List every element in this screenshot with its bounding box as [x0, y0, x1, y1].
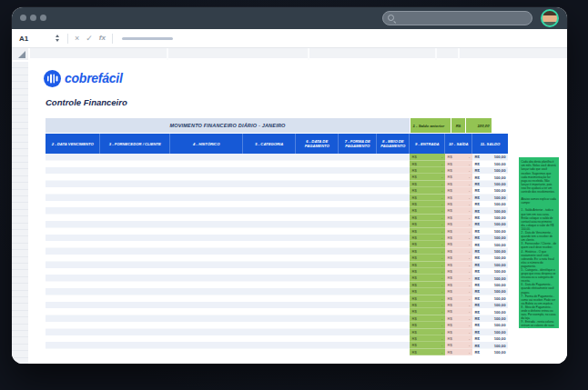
- cell-saldo[interactable]: R$100,00: [472, 160, 508, 166]
- cell-data-vencimento[interactable]: [46, 181, 100, 187]
- cell-categoria[interactable]: [243, 302, 296, 308]
- cell-historico[interactable]: [170, 295, 243, 301]
- cell-forma-pagamento[interactable]: [339, 328, 377, 335]
- cell-saida[interactable]: R$-: [445, 160, 472, 166]
- cell-categoria[interactable]: [243, 288, 296, 295]
- cell-data-pagamento[interactable]: [296, 302, 339, 308]
- cell-meio-pagamento[interactable]: [377, 335, 410, 342]
- window-control-dot[interactable]: [30, 15, 36, 21]
- cell-historico[interactable]: [170, 167, 243, 174]
- saldo-anterior-value[interactable]: 100,00: [466, 118, 492, 133]
- cell-saldo[interactable]: R$100,00: [472, 308, 508, 315]
- table-row[interactable]: R$-R$-R$100,00: [46, 322, 508, 328]
- cell-meio-pagamento[interactable]: [377, 261, 410, 267]
- cell-categoria[interactable]: [243, 160, 296, 166]
- cell-historico[interactable]: [170, 315, 243, 322]
- cell-historico[interactable]: [170, 282, 243, 288]
- cell-historico[interactable]: [170, 235, 243, 241]
- cell-data-vencimento[interactable]: [46, 215, 100, 221]
- table-row[interactable]: R$-R$-R$100,00: [46, 308, 508, 315]
- cell-meio-pagamento[interactable]: [377, 268, 410, 275]
- cell-categoria[interactable]: [243, 227, 296, 234]
- cell-categoria[interactable]: [243, 241, 296, 247]
- cell-historico[interactable]: [170, 308, 243, 315]
- cell-fornecedor-cliente[interactable]: [100, 241, 170, 247]
- cell-data-pagamento[interactable]: [296, 288, 339, 295]
- cell-categoria[interactable]: [243, 255, 296, 261]
- cell-data-pagamento[interactable]: [296, 322, 339, 328]
- cell-data-pagamento[interactable]: [296, 349, 339, 355]
- cell-forma-pagamento[interactable]: [339, 335, 377, 342]
- cell-meio-pagamento[interactable]: [377, 207, 410, 214]
- cell-saida[interactable]: R$-: [445, 335, 472, 342]
- cell-data-vencimento[interactable]: [46, 160, 100, 166]
- table-row[interactable]: R$-R$-R$100,00: [46, 295, 508, 301]
- cell-fornecedor-cliente[interactable]: [100, 194, 170, 200]
- cell-categoria[interactable]: [243, 167, 296, 174]
- cell-meio-pagamento[interactable]: [377, 248, 410, 255]
- table-row[interactable]: R$-R$-R$100,00: [46, 315, 508, 322]
- cell-fornecedor-cliente[interactable]: [100, 302, 170, 308]
- table-row[interactable]: R$-R$-R$100,00: [46, 154, 508, 160]
- table-row[interactable]: R$-R$-R$100,00: [46, 248, 508, 255]
- cell-historico[interactable]: [170, 201, 243, 207]
- cell-saida[interactable]: R$-: [445, 342, 472, 348]
- cell-entrada[interactable]: R$-: [410, 227, 445, 234]
- cell-categoria[interactable]: [243, 235, 296, 241]
- cell-meio-pagamento[interactable]: [377, 282, 410, 288]
- cell-fornecedor-cliente[interactable]: [100, 308, 170, 315]
- cell-categoria[interactable]: [243, 187, 296, 194]
- cell-categoria[interactable]: [243, 275, 296, 281]
- cell-saldo[interactable]: R$100,00: [472, 201, 508, 207]
- cell-data-vencimento[interactable]: [46, 282, 100, 288]
- cell-saida[interactable]: R$-: [445, 349, 472, 355]
- cell-meio-pagamento[interactable]: [377, 342, 410, 348]
- cell-saida[interactable]: R$-: [445, 201, 472, 207]
- cell-forma-pagamento[interactable]: [339, 241, 377, 247]
- cell-historico[interactable]: [170, 322, 243, 328]
- cell-categoria[interactable]: [243, 261, 296, 267]
- cell-fornecedor-cliente[interactable]: [100, 181, 170, 187]
- cell-fornecedor-cliente[interactable]: [100, 154, 170, 160]
- cell-fornecedor-cliente[interactable]: [100, 235, 170, 241]
- cell-entrada[interactable]: R$-: [410, 302, 445, 308]
- cell-data-vencimento[interactable]: [46, 241, 100, 247]
- cell-fornecedor-cliente[interactable]: [100, 349, 170, 355]
- cell-saldo[interactable]: R$100,00: [472, 288, 508, 295]
- cell-data-pagamento[interactable]: [296, 167, 339, 174]
- cell-fornecedor-cliente[interactable]: [100, 187, 170, 194]
- cell-fornecedor-cliente[interactable]: [100, 268, 170, 275]
- cell-forma-pagamento[interactable]: [339, 315, 377, 322]
- cell-entrada[interactable]: R$-: [410, 241, 445, 247]
- cell-entrada[interactable]: R$-: [410, 187, 445, 194]
- cell-entrada[interactable]: R$-: [410, 167, 445, 174]
- cell-forma-pagamento[interactable]: [339, 160, 377, 166]
- cell-saida[interactable]: R$-: [445, 295, 472, 301]
- cell-fornecedor-cliente[interactable]: [100, 227, 170, 234]
- cell-saldo[interactable]: R$100,00: [472, 181, 508, 187]
- row-headers[interactable]: [12, 62, 30, 364]
- cell-historico[interactable]: [170, 174, 243, 180]
- cell-categoria[interactable]: [243, 282, 296, 288]
- cell-data-vencimento[interactable]: [46, 322, 100, 328]
- cell-categoria[interactable]: [243, 349, 296, 355]
- cell-entrada[interactable]: R$-: [410, 315, 445, 322]
- cell-forma-pagamento[interactable]: [339, 268, 377, 275]
- cell-fornecedor-cliente[interactable]: [100, 201, 170, 207]
- cell-historico[interactable]: [170, 194, 243, 200]
- cell-meio-pagamento[interactable]: [377, 154, 410, 160]
- cell-saldo[interactable]: R$100,00: [472, 154, 508, 160]
- cell-entrada[interactable]: R$-: [410, 221, 445, 227]
- cell-entrada[interactable]: R$-: [410, 335, 445, 342]
- cell-data-vencimento[interactable]: [46, 342, 100, 348]
- table-row[interactable]: R$-R$-R$100,00: [46, 342, 508, 348]
- cell-historico[interactable]: [170, 160, 243, 166]
- cell-saldo[interactable]: R$100,00: [472, 248, 508, 255]
- cell-meio-pagamento[interactable]: [377, 302, 410, 308]
- cell-data-vencimento[interactable]: [46, 275, 100, 281]
- cell-saida[interactable]: R$-: [445, 268, 472, 275]
- cell-data-pagamento[interactable]: [296, 335, 339, 342]
- table-row[interactable]: R$-R$-R$100,00: [46, 335, 508, 342]
- cell-saldo[interactable]: R$100,00: [472, 295, 508, 301]
- cell-data-vencimento[interactable]: [46, 261, 100, 267]
